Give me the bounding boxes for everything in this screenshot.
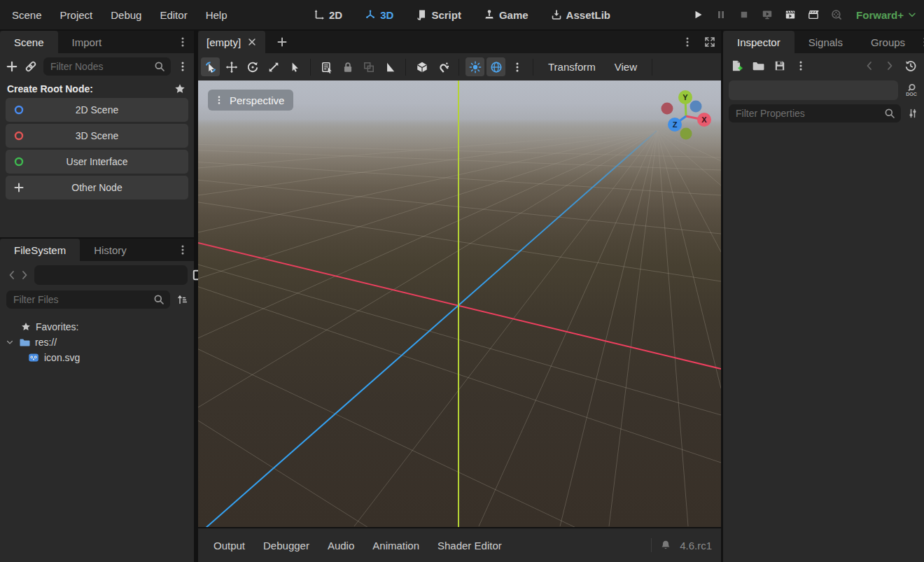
horizon-haze <box>198 80 721 527</box>
bottom-tab-audio[interactable]: Audio <box>318 535 363 556</box>
history-back-chevron-icon[interactable] <box>864 60 875 71</box>
menu-scene[interactable]: Scene <box>3 4 51 25</box>
movie-maker-button[interactable] <box>804 6 822 24</box>
tab-inspector[interactable]: Inspector <box>723 31 794 53</box>
bottom-tab-animation[interactable]: Animation <box>363 535 428 556</box>
play-remote-button[interactable] <box>758 6 776 24</box>
mode-script-button[interactable]: Script <box>408 4 469 25</box>
preview-sun-button[interactable] <box>465 57 484 76</box>
tab-scene[interactable]: Scene <box>0 31 58 53</box>
create-other-node-button[interactable]: Other Node <box>6 176 188 199</box>
view-menu[interactable]: View <box>606 61 645 73</box>
bottom-tab-output[interactable]: Output <box>204 535 254 556</box>
group-selected-button[interactable] <box>359 57 378 76</box>
favorites-star-icon[interactable] <box>174 83 186 94</box>
projection-selector[interactable]: Perspective <box>208 90 293 111</box>
mode-3d-button[interactable]: 3D <box>357 4 401 25</box>
list-select-tool[interactable] <box>317 57 336 76</box>
instance-scene-button[interactable] <box>24 60 37 73</box>
mode-2d-button[interactable]: 2D <box>306 4 350 25</box>
new-resource-icon[interactable] <box>730 59 743 72</box>
scene-tabs-menu-dots-icon[interactable] <box>682 36 693 48</box>
history-forward-chevron-icon[interactable] <box>884 60 895 71</box>
back-chevron-icon[interactable] <box>6 269 18 281</box>
tab-import[interactable]: Import <box>58 31 116 53</box>
res-root-item[interactable]: res:// <box>0 335 194 350</box>
gizmo-x-label: X <box>701 115 707 124</box>
menu-project[interactable]: Project <box>51 4 102 25</box>
tab-groups[interactable]: Groups <box>857 31 919 53</box>
favorites-item[interactable]: Favorites: <box>0 319 194 335</box>
tab-signals[interactable]: Signals <box>794 31 857 53</box>
add-node-button[interactable] <box>6 60 18 73</box>
create-ui-scene-button[interactable]: User Interface <box>6 150 188 174</box>
select-tool[interactable] <box>285 57 304 76</box>
ruler-tool[interactable] <box>380 57 399 76</box>
preview-environment-button[interactable] <box>486 57 505 76</box>
view-axes-gizmo[interactable]: Y X Z <box>651 88 721 151</box>
gizmo-cube-icon <box>416 61 428 73</box>
menu-dots-icon <box>512 62 523 73</box>
chevron-down-icon <box>907 10 917 20</box>
renderer-selector[interactable]: Forward+ <box>856 9 917 21</box>
mode-assetlib-button[interactable]: AssetLib <box>543 4 618 25</box>
add-scene-tab-button[interactable] <box>276 31 288 53</box>
filter-properties-input[interactable] <box>729 104 901 122</box>
sort-files-icon[interactable] <box>176 294 188 305</box>
film-reel-button[interactable] <box>827 6 846 24</box>
movie-maker-icon <box>808 9 819 20</box>
property-tools-icon[interactable] <box>907 108 918 119</box>
dock-menu-dots-icon[interactable] <box>919 36 924 48</box>
lock-selected-button[interactable] <box>338 57 357 76</box>
filesystem-dock: FileSystem History Favorites: res:// ic <box>0 239 194 562</box>
edit-history-icon[interactable] <box>904 59 917 72</box>
file-item-icon-svg[interactable]: icon.svg <box>0 350 194 365</box>
play-button[interactable] <box>689 6 707 24</box>
dock-menu-dots-icon[interactable] <box>177 244 188 255</box>
play-remote-icon <box>762 9 773 20</box>
scene-tab-empty[interactable]: [empty] <box>198 31 265 53</box>
filter-files-input[interactable] <box>6 290 170 309</box>
tab-filesystem[interactable]: FileSystem <box>0 239 80 261</box>
filter-nodes-input[interactable] <box>43 57 171 76</box>
stop-button[interactable] <box>735 6 753 24</box>
create-2d-scene-button[interactable]: 2D Scene <box>6 98 188 122</box>
path-input[interactable] <box>34 265 188 285</box>
resource-menu-dots-icon[interactable] <box>795 60 806 71</box>
create-3d-scene-button[interactable]: 3D Scene <box>6 124 188 148</box>
folder-icon <box>19 337 30 348</box>
expand-viewport-icon[interactable] <box>704 36 715 48</box>
tab-history[interactable]: History <box>80 239 141 261</box>
load-resource-folder-icon[interactable] <box>752 59 764 72</box>
scene-tree-menu-dots-icon[interactable] <box>177 61 188 72</box>
local-space-button[interactable] <box>412 57 431 76</box>
dock-menu-dots-icon[interactable] <box>177 36 188 48</box>
forward-chevron-icon[interactable] <box>19 269 30 281</box>
star-icon <box>21 322 31 332</box>
y-axis-line <box>458 80 459 527</box>
rotate-tool[interactable] <box>243 57 262 76</box>
bottom-tab-shader-editor[interactable]: Shader Editor <box>428 535 511 556</box>
notification-bell-icon[interactable] <box>660 540 671 551</box>
collapse-chevron-icon[interactable] <box>6 337 14 347</box>
search-icon <box>884 108 895 119</box>
transform-select-tool[interactable] <box>201 57 220 76</box>
open-docs-search-icon[interactable]: DOC <box>904 83 918 97</box>
3d-viewport[interactable]: Y X Z Perspective <box>198 80 721 527</box>
move-tool[interactable] <box>222 57 241 76</box>
snap-button[interactable] <box>433 57 452 76</box>
menu-debug[interactable]: Debug <box>102 4 150 25</box>
menu-help[interactable]: Help <box>197 4 237 25</box>
sun-env-menu-dots[interactable] <box>507 57 526 76</box>
mode-game-button[interactable]: Game <box>476 4 536 25</box>
play-custom-scene-button[interactable] <box>781 6 799 24</box>
pause-button[interactable] <box>712 6 730 24</box>
scale-tool[interactable] <box>264 57 283 76</box>
transform-menu[interactable]: Transform <box>540 61 604 73</box>
menu-editor[interactable]: Editor <box>150 4 196 25</box>
object-name-field[interactable] <box>729 80 898 100</box>
editor-mode-switcher: 2D 3D Script Game AssetLib <box>306 0 618 29</box>
bottom-tab-debugger[interactable]: Debugger <box>254 535 318 556</box>
close-icon[interactable] <box>247 37 257 47</box>
save-icon[interactable] <box>774 59 786 72</box>
